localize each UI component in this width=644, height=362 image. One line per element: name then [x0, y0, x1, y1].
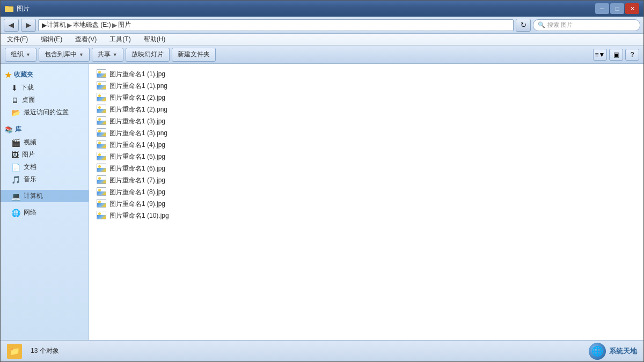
menu-help[interactable]: 帮助(H) — [142, 34, 168, 45]
sidebar: ★ 收藏夹 ⬇ 下载 🖥 桌面 📂 最近访问的位置 📚 — [1, 64, 89, 340]
refresh-button[interactable]: ↻ — [516, 19, 531, 32]
menu-view[interactable]: 查看(V) — [73, 34, 99, 45]
image-icon-5 — [97, 128, 106, 137]
file-icon-12 — [97, 211, 106, 220]
image-icon-8 — [97, 164, 106, 172]
status-right: 🌐 系统天地 — [589, 343, 637, 360]
file-name-11: 图片重命名1 (9).jpg — [109, 200, 165, 209]
library-header[interactable]: 📚 库 — [1, 123, 89, 136]
search-box[interactable]: 🔍 搜索 图片 — [533, 19, 640, 31]
pictures-icon: 🖼 — [11, 151, 19, 159]
library-section: 📚 库 🎬 视频 🖼 图片 📄 文档 🎵 音乐 — [1, 123, 89, 186]
path-computer: 计算机 — [47, 20, 66, 29]
file-icon-1 — [97, 81, 106, 91]
view-mode-button[interactable]: ≡▼ — [593, 49, 607, 61]
sidebar-item-desktop[interactable]: 🖥 桌面 — [1, 94, 89, 106]
star-icon: ★ — [5, 71, 12, 79]
sidebar-item-video[interactable]: 🎬 视频 — [1, 136, 89, 149]
address-bar: ◀ ▶ ▶ 计算机 ▶ 本地磁盘 (E:) ▶ 图片 ↻ 🔍 搜索 图片 — [1, 17, 643, 34]
organize-arrow-icon: ▼ — [26, 52, 31, 57]
file-item-1[interactable]: 图片重命名1 (1).png — [93, 80, 639, 92]
file-name-10: 图片重命名1 (8).jpg — [109, 188, 165, 197]
title-bar-left: 图片 — [5, 4, 30, 13]
network-section: 🌐 网络 — [1, 206, 89, 219]
file-item-7[interactable]: 图片重命名1 (5).jpg — [93, 151, 639, 162]
image-icon-12 — [97, 211, 106, 219]
organize-button[interactable]: 组织 ▼ — [5, 48, 36, 62]
sidebar-item-download[interactable]: ⬇ 下载 — [1, 82, 89, 94]
sidebar-item-recent[interactable]: 📂 最近访问的位置 — [1, 106, 89, 119]
image-icon-11 — [97, 199, 106, 208]
file-item-8[interactable]: 图片重命名1 (6).jpg — [93, 162, 639, 174]
status-folder-icon: 📁 — [7, 344, 22, 359]
address-path[interactable]: ▶ 计算机 ▶ 本地磁盘 (E:) ▶ 图片 — [38, 19, 514, 31]
close-button[interactable]: ✕ — [625, 3, 639, 14]
menu-edit[interactable]: 编辑(E) — [39, 34, 64, 45]
forward-button[interactable]: ▶ — [21, 19, 36, 32]
sidebar-item-computer[interactable]: 💻 计算机 — [1, 190, 89, 202]
preview-pane-button[interactable]: ▣ — [609, 49, 623, 61]
globe-icon: 🌐 — [589, 343, 606, 360]
network-icon: 🌐 — [11, 209, 20, 217]
image-icon-4 — [97, 116, 106, 125]
slideshow-button[interactable]: 放映幻灯片 — [126, 48, 170, 62]
toolbar-right: ≡▼ ▣ ? — [593, 49, 639, 61]
search-placeholder: 搜索 图片 — [547, 21, 573, 29]
menu-tools[interactable]: 工具(T) — [107, 34, 133, 45]
file-name-2: 图片重命名1 (2).jpg — [109, 93, 165, 102]
path-drive: 本地磁盘 (E:) — [73, 20, 111, 29]
file-item-3[interactable]: 图片重命名1 (2).png — [93, 104, 639, 115]
help-button[interactable]: ? — [625, 49, 639, 61]
file-item-12[interactable]: 图片重命名1 (10).jpg — [93, 210, 639, 221]
file-item-9[interactable]: 图片重命名1 (7).jpg — [93, 174, 639, 186]
file-icon-9 — [97, 175, 106, 185]
file-item-0[interactable]: 图片重命名1 (1).jpg — [93, 68, 639, 80]
file-name-0: 图片重命名1 (1).jpg — [109, 70, 165, 79]
watermark-text: 系统天地 — [609, 346, 637, 356]
music-icon: 🎵 — [11, 175, 20, 184]
slideshow-label: 放映幻灯片 — [131, 50, 164, 59]
documents-icon: 📄 — [11, 163, 20, 172]
include-library-button[interactable]: 包含到库中 ▼ — [39, 48, 90, 62]
sidebar-item-music-label: 音乐 — [24, 175, 36, 184]
explorer-window: 图片 ─ □ ✕ ◀ ▶ ▶ 计算机 ▶ 本地磁盘 (E:) ▶ 图片 ↻ 🔍 … — [0, 0, 644, 362]
sidebar-item-pictures[interactable]: 🖼 图片 — [1, 149, 89, 161]
minimize-button[interactable]: ─ — [595, 3, 609, 14]
organize-label: 组织 — [11, 50, 24, 59]
file-item-10[interactable]: 图片重命名1 (8).jpg — [93, 186, 639, 198]
sidebar-item-network[interactable]: 🌐 网络 — [1, 206, 89, 219]
share-label: 共享 — [98, 50, 111, 59]
sidebar-item-desktop-label: 桌面 — [22, 95, 35, 105]
file-name-8: 图片重命名1 (6).jpg — [109, 164, 165, 173]
image-icon-9 — [97, 175, 106, 184]
file-item-4[interactable]: 图片重命名1 (3).jpg — [93, 115, 639, 127]
maximize-button[interactable]: □ — [610, 3, 624, 14]
desktop-icon: 🖥 — [11, 96, 19, 105]
sidebar-item-pictures-label: 图片 — [22, 150, 35, 159]
svg-rect-2 — [5, 7, 13, 12]
file-icon-0 — [97, 69, 106, 79]
sidebar-item-documents[interactable]: 📄 文档 — [1, 161, 89, 173]
file-item-2[interactable]: 图片重命名1 (2).jpg — [93, 92, 639, 104]
share-button[interactable]: 共享 ▼ — [92, 48, 123, 62]
sidebar-item-music[interactable]: 🎵 音乐 — [1, 173, 89, 186]
favorites-header[interactable]: ★ 收藏夹 — [1, 68, 89, 82]
video-icon: 🎬 — [11, 138, 20, 147]
image-icon-0 — [97, 69, 106, 78]
window-title: 图片 — [17, 4, 30, 13]
file-icon-5 — [97, 128, 106, 138]
image-icon-2 — [97, 93, 106, 101]
file-item-11[interactable]: 图片重命名1 (9).jpg — [93, 198, 639, 210]
menu-bar: 文件(F) 编辑(E) 查看(V) 工具(T) 帮助(H) — [1, 34, 643, 46]
file-name-5: 图片重命名1 (3).png — [109, 129, 167, 138]
file-item-6[interactable]: 图片重命名1 (4).jpg — [93, 139, 639, 151]
favorites-section: ★ 收藏夹 ⬇ 下载 🖥 桌面 📂 最近访问的位置 — [1, 68, 89, 119]
menu-file[interactable]: 文件(F) — [5, 34, 30, 45]
back-button[interactable]: ◀ — [4, 19, 19, 32]
file-icon-4 — [97, 116, 106, 126]
main-area: ★ 收藏夹 ⬇ 下载 🖥 桌面 📂 最近访问的位置 📚 — [1, 64, 643, 340]
share-arrow-icon: ▼ — [113, 52, 118, 57]
file-item-5[interactable]: 图片重命名1 (3).png — [93, 127, 639, 139]
new-folder-button[interactable]: 新建文件夹 — [172, 48, 216, 62]
file-name-6: 图片重命名1 (4).jpg — [109, 141, 165, 150]
